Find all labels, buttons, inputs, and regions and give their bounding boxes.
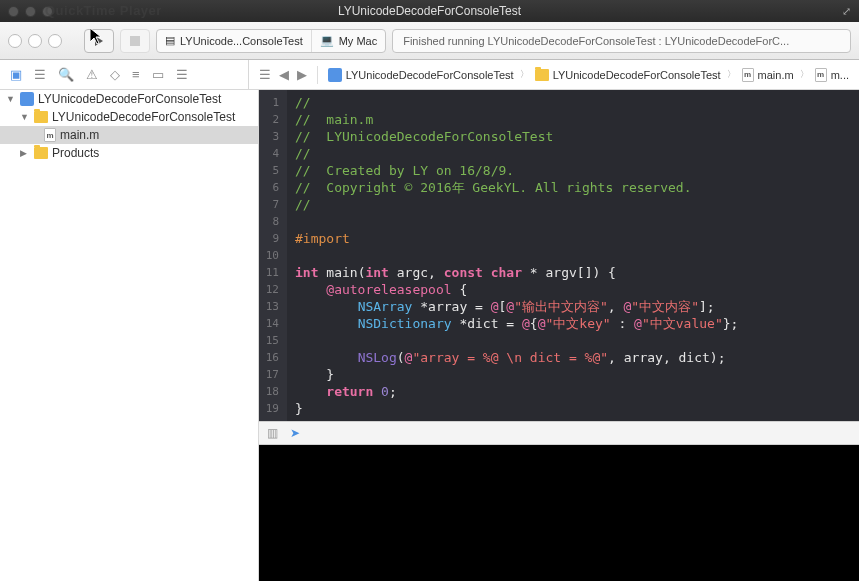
test-navigator-icon[interactable]: ◇ bbox=[110, 67, 120, 82]
scheme-name: LYUnicode...ConsoleTest bbox=[180, 35, 303, 47]
activity-status: Finished running LYUnicodeDecodeForConso… bbox=[392, 29, 851, 53]
background-app-name: QuickTime Player bbox=[45, 3, 162, 18]
project-navigator-icon[interactable]: ▣ bbox=[10, 67, 22, 82]
destination-name: My Mac bbox=[339, 35, 378, 47]
toolbar-indicators bbox=[8, 34, 62, 48]
console-output[interactable] bbox=[259, 445, 859, 581]
issue-navigator-icon[interactable]: ⚠ bbox=[86, 67, 98, 82]
folder-name: LYUnicodeDecodeForConsoleTest bbox=[52, 110, 235, 124]
group-products[interactable]: ▶ Products bbox=[0, 144, 258, 162]
run-button[interactable] bbox=[84, 29, 114, 53]
play-icon bbox=[95, 36, 103, 46]
forward-icon[interactable]: ▶ bbox=[297, 67, 307, 82]
symbol-icon: m bbox=[815, 68, 827, 82]
project-root[interactable]: ▼ LYUnicodeDecodeForConsoleTest bbox=[0, 90, 258, 108]
disclosure-triangle[interactable]: ▼ bbox=[6, 94, 16, 104]
activity-indicator bbox=[8, 34, 22, 48]
code-area[interactable]: //// main.m// LYUnicodeDecodeForConsoleT… bbox=[287, 90, 746, 421]
group-folder[interactable]: ▼ LYUnicodeDecodeForConsoleTest bbox=[0, 108, 258, 126]
source-editor[interactable]: 1234567891011121314151617181920 //// mai… bbox=[259, 90, 859, 421]
related-items-icon[interactable]: ☰ bbox=[259, 67, 271, 82]
folder-icon bbox=[535, 69, 549, 81]
line-gutter[interactable]: 1234567891011121314151617181920 bbox=[259, 90, 287, 421]
find-navigator-icon[interactable]: 🔍 bbox=[58, 67, 74, 82]
navigator-bar: ▣ ☰ 🔍 ⚠ ◇ ≡ ▭ ☰ ☰ ◀ ▶ LYUnicodeDecodeFor… bbox=[0, 60, 859, 90]
scheme-selector[interactable]: ▤ LYUnicode...ConsoleTest 💻 My Mac bbox=[156, 29, 386, 53]
back-icon[interactable]: ◀ bbox=[279, 67, 289, 82]
jump-bar[interactable]: LYUnicodeDecodeForConsoleTest 〉 LYUnicod… bbox=[318, 66, 859, 84]
disclosure-triangle[interactable]: ▶ bbox=[20, 148, 30, 158]
app-icon: ▤ bbox=[165, 34, 175, 47]
minimize-window-button[interactable] bbox=[25, 6, 36, 17]
toggle-debug-icon[interactable]: ▥ bbox=[267, 426, 278, 440]
folder-name: Products bbox=[52, 146, 99, 160]
report-navigator-icon[interactable]: ☰ bbox=[176, 67, 188, 82]
stop-button[interactable] bbox=[120, 29, 150, 53]
project-icon bbox=[20, 92, 34, 106]
file-item-main[interactable]: m main.m bbox=[0, 126, 258, 144]
close-window-button[interactable] bbox=[8, 6, 19, 17]
file-icon: m bbox=[44, 128, 56, 142]
window-title: LYUnicodeDecodeForConsoleTest bbox=[338, 4, 521, 18]
device-icon: 💻 bbox=[320, 34, 334, 47]
folder-icon bbox=[34, 147, 48, 159]
fullscreen-icon[interactable]: ⤢ bbox=[842, 5, 851, 18]
debug-navigator-icon[interactable]: ≡ bbox=[132, 67, 140, 82]
file-icon: m bbox=[742, 68, 754, 82]
file-name: main.m bbox=[60, 128, 99, 142]
window-titlebar: QuickTime Player LYUnicodeDecodeForConso… bbox=[0, 0, 859, 22]
toolbar: ▤ LYUnicode...ConsoleTest 💻 My Mac Finis… bbox=[0, 22, 859, 60]
activity-indicator bbox=[48, 34, 62, 48]
project-name: LYUnicodeDecodeForConsoleTest bbox=[38, 92, 221, 106]
symbol-navigator-icon[interactable]: ☰ bbox=[34, 67, 46, 82]
stop-icon bbox=[130, 36, 140, 46]
navigator-selector: ▣ ☰ 🔍 ⚠ ◇ ≡ ▭ ☰ bbox=[0, 60, 249, 89]
disclosure-triangle[interactable]: ▼ bbox=[20, 112, 30, 122]
status-text: Finished running LYUnicodeDecodeForConso… bbox=[403, 35, 789, 47]
breakpoint-toggle-icon[interactable]: ➤ bbox=[290, 426, 300, 440]
project-navigator[interactable]: ▼ LYUnicodeDecodeForConsoleTest ▼ LYUnic… bbox=[0, 90, 259, 581]
project-icon bbox=[328, 68, 342, 82]
debug-bar: ▥ ➤ bbox=[259, 421, 859, 445]
breakpoint-navigator-icon[interactable]: ▭ bbox=[152, 67, 164, 82]
folder-icon bbox=[34, 111, 48, 123]
activity-indicator bbox=[28, 34, 42, 48]
